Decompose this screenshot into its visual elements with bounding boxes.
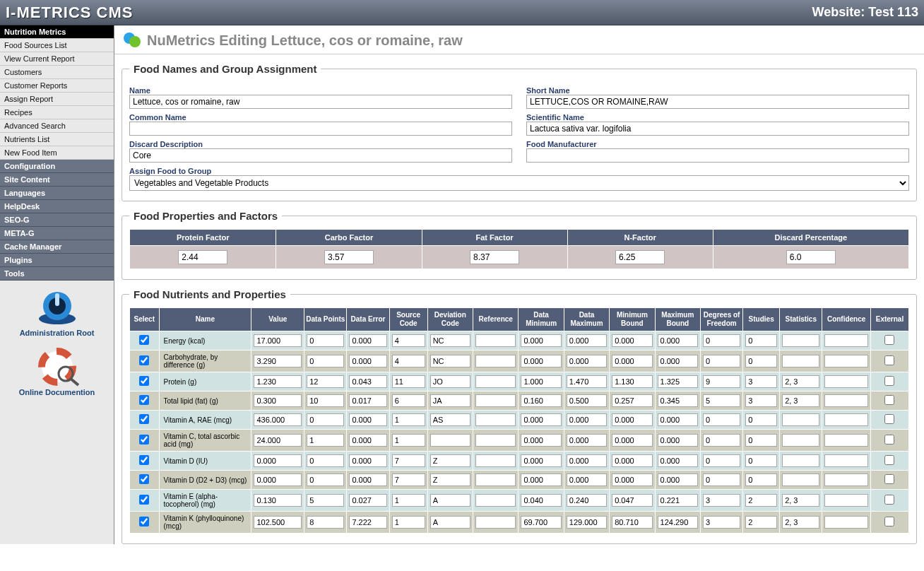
cell-minb[interactable]: [612, 394, 652, 407]
sidebar-item-helpdesk[interactable]: HelpDesk: [0, 200, 114, 213]
scientific-name-input[interactable]: [526, 122, 909, 136]
cell-dof[interactable]: [703, 334, 740, 347]
cell-minb[interactable]: [612, 334, 652, 347]
external-checkbox[interactable]: [884, 335, 894, 345]
sidebar-item-cache-manager[interactable]: Cache Manager: [0, 240, 114, 254]
cell-dmin[interactable]: [521, 334, 561, 347]
cell-sc[interactable]: [392, 355, 425, 367]
sidebar-item-customer-reports[interactable]: Customer Reports: [0, 79, 114, 93]
cell-dmax[interactable]: [567, 473, 607, 486]
cell-st[interactable]: [745, 334, 777, 347]
cell-dc[interactable]: [430, 334, 470, 347]
cell-dmax[interactable]: [567, 355, 607, 367]
cell-de[interactable]: [349, 375, 386, 388]
cell-conf[interactable]: [824, 413, 868, 426]
cell-dp[interactable]: [307, 413, 344, 426]
cell-dc[interactable]: [430, 355, 470, 367]
cell-dc[interactable]: [430, 494, 470, 507]
cell-minb[interactable]: [612, 355, 652, 367]
cell-stat[interactable]: [782, 355, 819, 367]
cell-sc[interactable]: [392, 375, 425, 388]
cell-minb[interactable]: [612, 454, 652, 467]
cell-stat[interactable]: [782, 494, 819, 507]
sidebar-item-advanced-search[interactable]: Advanced Search: [0, 119, 114, 133]
cell-sc[interactable]: [392, 394, 425, 407]
cell-dp[interactable]: [307, 334, 344, 347]
cell-conf[interactable]: [824, 334, 868, 347]
cell-conf[interactable]: [824, 473, 868, 486]
cell-de[interactable]: [349, 516, 386, 529]
cell-value[interactable]: [254, 494, 302, 507]
cell-dof[interactable]: [703, 394, 740, 407]
cell-sc[interactable]: [392, 434, 425, 447]
select-checkbox[interactable]: [139, 495, 149, 505]
cell-dmin[interactable]: [521, 434, 561, 447]
sidebar-item-new-food-item[interactable]: New Food Item: [0, 146, 114, 160]
cell-value[interactable]: [254, 413, 302, 426]
cell-dof[interactable]: [703, 413, 740, 426]
factor-input-2[interactable]: [470, 250, 519, 264]
external-checkbox[interactable]: [884, 355, 894, 365]
cell-de[interactable]: [349, 413, 386, 426]
short-name-input[interactable]: [526, 95, 909, 109]
cell-maxb[interactable]: [658, 375, 698, 388]
sidebar-item-meta-g[interactable]: META-G: [0, 227, 114, 240]
common-name-input[interactable]: [129, 122, 512, 136]
factor-input-0[interactable]: [178, 250, 227, 264]
cell-dmax[interactable]: [567, 334, 607, 347]
cell-stat[interactable]: [782, 394, 819, 407]
cell-stat[interactable]: [782, 473, 819, 486]
cell-minb[interactable]: [612, 413, 652, 426]
cell-dof[interactable]: [703, 355, 740, 367]
sidebar-item-food-sources-list[interactable]: Food Sources List: [0, 39, 114, 52]
cell-maxb[interactable]: [658, 434, 698, 447]
external-checkbox[interactable]: [884, 376, 894, 386]
cell-dp[interactable]: [307, 434, 344, 447]
cell-dmax[interactable]: [567, 394, 607, 407]
cell-maxb[interactable]: [658, 334, 698, 347]
cell-value[interactable]: [254, 516, 302, 529]
cell-maxb[interactable]: [658, 494, 698, 507]
cell-st[interactable]: [745, 494, 777, 507]
cell-de[interactable]: [349, 434, 386, 447]
cell-dmax[interactable]: [567, 454, 607, 467]
sidebar-item-view-current-report[interactable]: View Current Report: [0, 52, 114, 66]
cell-minb[interactable]: [612, 516, 652, 529]
cell-de[interactable]: [349, 334, 386, 347]
cell-st[interactable]: [745, 375, 777, 388]
cell-minb[interactable]: [612, 375, 652, 388]
name-input[interactable]: [129, 95, 512, 109]
cell-ref[interactable]: [475, 454, 516, 467]
cell-value[interactable]: [254, 375, 302, 388]
cell-dp[interactable]: [307, 394, 344, 407]
cell-dmax[interactable]: [567, 494, 607, 507]
factor-input-1[interactable]: [324, 250, 374, 264]
cell-dp[interactable]: [307, 494, 344, 507]
manufacturer-input[interactable]: [526, 148, 909, 163]
cell-conf[interactable]: [824, 355, 868, 367]
cell-st[interactable]: [745, 434, 777, 447]
cell-st[interactable]: [745, 516, 777, 529]
discard-desc-input[interactable]: [129, 148, 512, 163]
cell-de[interactable]: [349, 355, 386, 367]
select-checkbox[interactable]: [139, 335, 149, 345]
cell-minb[interactable]: [612, 494, 652, 507]
sidebar-item-nutrients-list[interactable]: Nutrients List: [0, 133, 114, 146]
cell-st[interactable]: [745, 394, 777, 407]
select-checkbox[interactable]: [139, 414, 149, 424]
factor-input-4[interactable]: [786, 250, 836, 264]
cell-dp[interactable]: [307, 375, 344, 388]
select-checkbox[interactable]: [139, 376, 149, 386]
cell-minb[interactable]: [612, 473, 652, 486]
cell-de[interactable]: [349, 494, 386, 507]
cell-de[interactable]: [349, 454, 386, 467]
cell-dp[interactable]: [307, 454, 344, 467]
cell-conf[interactable]: [824, 375, 868, 388]
cell-stat[interactable]: [782, 413, 819, 426]
cell-dof[interactable]: [703, 434, 740, 447]
cell-dmax[interactable]: [567, 516, 607, 529]
cell-dmax[interactable]: [567, 375, 607, 388]
cell-stat[interactable]: [782, 454, 819, 467]
sidebar-item-assign-report[interactable]: Assign Report: [0, 93, 114, 106]
external-checkbox[interactable]: [884, 495, 894, 505]
